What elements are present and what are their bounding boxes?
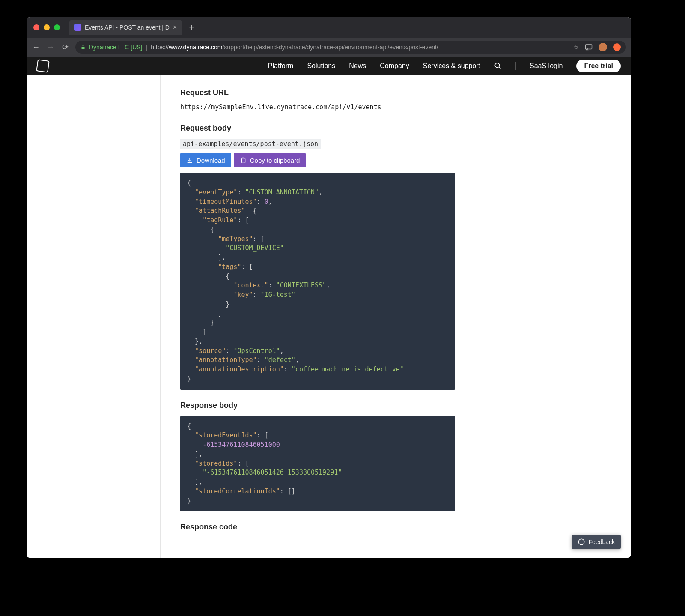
feedback-button[interactable]: Feedback (572, 535, 621, 549)
svg-rect-2 (241, 158, 245, 163)
star-icon[interactable]: ☆ (573, 44, 579, 51)
nav-news[interactable]: News (349, 62, 366, 70)
nav-saas-login[interactable]: SaaS login (530, 62, 563, 70)
address-org: Dynatrace LLC [US] (89, 44, 143, 51)
browser-tab[interactable]: Events API - POST an event | D × (69, 20, 182, 35)
search-icon[interactable] (494, 62, 502, 70)
request-url-value: https://mySampleEnv.live.dynatrace.com/a… (180, 103, 455, 111)
nav-company[interactable]: Company (380, 62, 409, 70)
download-icon (186, 157, 193, 164)
download-button[interactable]: Download (180, 153, 231, 167)
reload-button[interactable]: ⟳ (61, 42, 69, 52)
response-code-heading: Response code (180, 523, 455, 532)
tab-title: Events API - POST an event | D (85, 24, 170, 31)
nav-platform[interactable]: Platform (268, 62, 294, 70)
nav-divider (515, 62, 516, 70)
tab-close-icon[interactable]: × (173, 24, 177, 31)
chat-icon (578, 538, 585, 546)
address-bar: ← → ⟳ Dynatrace LLC [US] | https://www.d… (27, 38, 631, 57)
logo-icon[interactable] (36, 59, 50, 73)
file-path-chip: api-examples/events/post-event.json (180, 139, 321, 149)
copy-button[interactable]: Copy to clipboard (234, 153, 306, 167)
response-body-heading: Response body (180, 401, 455, 410)
button-row: Download Copy to clipboard (180, 153, 455, 167)
content-column: Request URL https://mySampleEnv.live.dyn… (160, 75, 475, 558)
lock-icon (80, 45, 86, 50)
address-field[interactable]: Dynatrace LLC [US] | https://www.dynatra… (75, 41, 626, 54)
favicon-icon (74, 24, 81, 31)
forward-button[interactable]: → (46, 43, 55, 52)
back-button[interactable]: ← (32, 43, 40, 52)
nav-services[interactable]: Services & support (423, 62, 480, 70)
request-body-heading: Request body (180, 124, 455, 133)
address-url: https://www.dynatrace.com/support/help/e… (151, 44, 438, 51)
extension-icon[interactable] (613, 43, 621, 51)
page-viewport: Request URL https://mySampleEnv.live.dyn… (27, 75, 631, 558)
maximize-window-button[interactable] (54, 24, 60, 30)
request-url-heading: Request URL (180, 88, 455, 97)
address-separator: | (146, 44, 148, 51)
cast-icon[interactable] (585, 43, 593, 51)
tab-bar: Events API - POST an event | D × + (27, 17, 631, 38)
svg-rect-0 (586, 45, 592, 49)
response-body-code: { "storedEventIds": [ -61534761108460510… (180, 416, 455, 512)
new-tab-button[interactable]: + (186, 23, 197, 33)
site-nav: Platform Solutions News Company Services… (27, 57, 631, 75)
profile-avatar[interactable] (599, 43, 607, 51)
window-controls (33, 24, 60, 30)
free-trial-button[interactable]: Free trial (576, 60, 621, 72)
clipboard-icon (240, 157, 247, 164)
close-window-button[interactable] (33, 24, 39, 30)
minimize-window-button[interactable] (44, 24, 50, 30)
svg-point-1 (495, 63, 500, 68)
browser-window: Events API - POST an event | D × + ← → ⟳… (27, 17, 631, 558)
request-body-code: { "eventType": "CUSTOM_ANNOTATION", "tim… (180, 173, 455, 390)
nav-solutions[interactable]: Solutions (307, 62, 335, 70)
